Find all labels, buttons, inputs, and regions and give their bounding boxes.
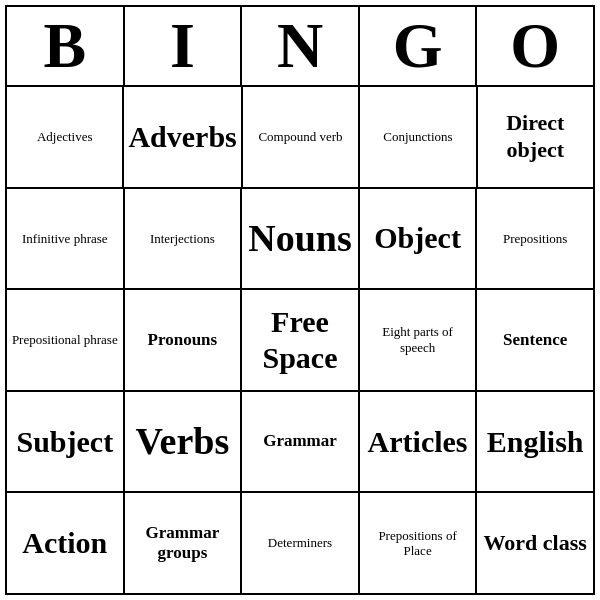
cell-text-4-2: Determiners bbox=[268, 535, 332, 551]
cell-text-2-2: Free Space bbox=[246, 304, 354, 376]
cell-1-0: Infinitive phrase bbox=[7, 189, 125, 289]
cell-1-3: Object bbox=[360, 189, 478, 289]
cell-2-0: Prepositional phrase bbox=[7, 290, 125, 390]
cell-1-4: Prepositions bbox=[477, 189, 593, 289]
cell-3-1: Verbs bbox=[125, 392, 243, 492]
cell-text-3-1: Verbs bbox=[136, 419, 230, 465]
cell-3-3: Articles bbox=[360, 392, 478, 492]
header-cell-b: B bbox=[7, 7, 125, 85]
cell-text-2-1: Pronouns bbox=[148, 330, 218, 350]
cell-text-1-1: Interjections bbox=[150, 231, 215, 247]
cell-text-4-0: Action bbox=[22, 525, 107, 561]
cell-text-4-1: Grammar groups bbox=[129, 523, 237, 564]
cell-0-0: Adjectives bbox=[7, 87, 124, 187]
cell-3-0: Subject bbox=[7, 392, 125, 492]
cell-4-1: Grammar groups bbox=[125, 493, 243, 593]
cell-text-0-2: Compound verb bbox=[258, 129, 342, 145]
cell-text-0-1: Adverbs bbox=[128, 119, 236, 155]
cell-3-2: Grammar bbox=[242, 392, 360, 492]
cell-0-1: Adverbs bbox=[124, 87, 242, 187]
header-cell-o: O bbox=[477, 7, 593, 85]
cell-1-2: Nouns bbox=[242, 189, 360, 289]
cell-text-4-3: Prepositions of Place bbox=[364, 528, 472, 559]
grid-row-3: SubjectVerbsGrammarArticlesEnglish bbox=[7, 392, 593, 494]
cell-text-3-0: Subject bbox=[16, 424, 113, 460]
grid-row-4: ActionGrammar groupsDeterminersPrepositi… bbox=[7, 493, 593, 593]
header-row: BINGO bbox=[7, 7, 593, 87]
grid-row-2: Prepositional phrasePronounsFree SpaceEi… bbox=[7, 290, 593, 392]
cell-1-1: Interjections bbox=[125, 189, 243, 289]
cell-4-0: Action bbox=[7, 493, 125, 593]
cell-2-4: Sentence bbox=[477, 290, 593, 390]
bingo-card: BINGO AdjectivesAdverbsCompound verbConj… bbox=[5, 5, 595, 595]
cell-text-1-0: Infinitive phrase bbox=[22, 231, 108, 247]
cell-0-3: Conjunctions bbox=[360, 87, 477, 187]
cell-text-2-3: Eight parts of speech bbox=[364, 324, 472, 355]
cell-text-2-0: Prepositional phrase bbox=[12, 332, 118, 348]
cell-text-3-2: Grammar bbox=[263, 431, 337, 451]
cell-0-4: Direct object bbox=[478, 87, 593, 187]
cell-text-0-0: Adjectives bbox=[37, 129, 93, 145]
header-cell-n: N bbox=[242, 7, 360, 85]
grid-row-0: AdjectivesAdverbsCompound verbConjunctio… bbox=[7, 87, 593, 189]
cell-2-2: Free Space bbox=[242, 290, 360, 390]
cell-text-1-4: Prepositions bbox=[503, 231, 567, 247]
header-cell-i: I bbox=[125, 7, 243, 85]
cell-0-2: Compound verb bbox=[243, 87, 360, 187]
cell-4-3: Prepositions of Place bbox=[360, 493, 478, 593]
cell-text-3-4: English bbox=[487, 424, 584, 460]
cell-text-0-4: Direct object bbox=[482, 110, 589, 163]
cell-text-2-4: Sentence bbox=[503, 330, 567, 350]
cell-text-1-3: Object bbox=[374, 220, 461, 256]
cell-4-2: Determiners bbox=[242, 493, 360, 593]
grid: AdjectivesAdverbsCompound verbConjunctio… bbox=[7, 87, 593, 593]
cell-2-1: Pronouns bbox=[125, 290, 243, 390]
grid-row-1: Infinitive phraseInterjectionsNounsObjec… bbox=[7, 189, 593, 291]
header-cell-g: G bbox=[360, 7, 478, 85]
cell-3-4: English bbox=[477, 392, 593, 492]
cell-text-4-4: Word class bbox=[484, 530, 587, 556]
cell-4-4: Word class bbox=[477, 493, 593, 593]
cell-text-0-3: Conjunctions bbox=[383, 129, 452, 145]
cell-text-3-3: Articles bbox=[368, 424, 468, 460]
cell-text-1-2: Nouns bbox=[248, 216, 352, 262]
cell-2-3: Eight parts of speech bbox=[360, 290, 478, 390]
